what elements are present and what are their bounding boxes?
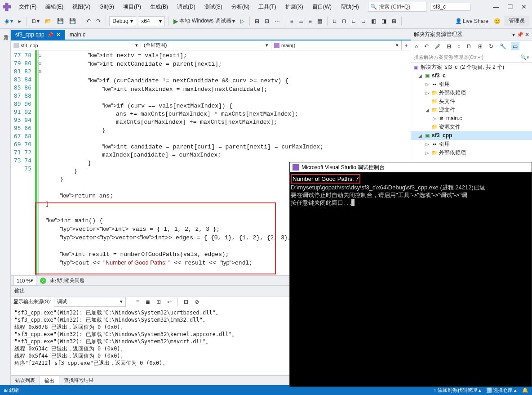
expand-icon[interactable]: ▷ — [425, 140, 430, 148]
menu-debug[interactable]: 调试(D) — [174, 2, 198, 12]
tab-error-list[interactable]: 错误列表 — [11, 376, 40, 385]
menu-edit[interactable]: 编辑(E) — [43, 2, 66, 12]
menu-project[interactable]: 项目(P) — [120, 2, 144, 12]
menu-file[interactable]: 文件(F) — [16, 2, 39, 12]
solexp-refresh-button[interactable]: ↻ — [487, 42, 495, 50]
output-btn-6[interactable]: ⊘ — [193, 298, 201, 306]
menu-view[interactable]: 视图(V) — [70, 2, 93, 12]
toolbar-btn-2[interactable]: ⊡ — [263, 17, 271, 25]
toolbar-btn-7[interactable]: ▦ — [315, 17, 324, 25]
toolbar-btn-10[interactable]: ⊏ — [350, 17, 358, 25]
console-body[interactable]: Number of Good Paths: 7 D:\mysetup\gopat… — [290, 172, 532, 208]
menu-extensions[interactable]: 扩展(X) — [283, 2, 306, 12]
solexp-btn-5[interactable]: ↕ — [456, 42, 462, 50]
menu-tools[interactable]: 工具(T) — [256, 2, 279, 12]
console-title-bar[interactable]: Microsoft Visual Studio 调试控制台 — [290, 162, 532, 172]
tree-ref-1[interactable]: ▷▪▪引用 — [411, 80, 532, 89]
solution-name-field[interactable]: sf3_c — [430, 3, 470, 11]
liveshare-button[interactable]: 👤 Live Share — [453, 17, 490, 25]
expand-icon[interactable]: ◢ — [417, 72, 423, 80]
left-sidebar-tab[interactable]: 工具箱 — [0, 29, 11, 385]
menu-window[interactable]: 窗口(W) — [310, 2, 334, 12]
tab-main-c[interactable]: main.c — [65, 30, 90, 40]
tree-ref-2[interactable]: ▷▪▪引用 — [411, 140, 532, 148]
tab-sf3-cpp[interactable]: sf3_cpp.cpp📌✕ — [11, 30, 65, 40]
output-wrap-button[interactable]: ↩ — [165, 298, 173, 306]
toolbar-btn-5[interactable]: ≣ — [297, 17, 305, 25]
zoom-combo[interactable]: 110 % ▾ — [13, 276, 36, 286]
output-clear-button[interactable]: ≡ — [134, 298, 141, 306]
nav-project[interactable]: sf3_cpp▾ — [11, 40, 141, 50]
toolbar-btn-8[interactable]: ⊔ — [331, 17, 338, 25]
menu-git[interactable]: Git(G) — [97, 2, 117, 11]
tree-project-sf3cpp[interactable]: ◢▣sf3_cpp — [411, 131, 532, 140]
tab-find-results[interactable]: 查找符号结果 — [59, 376, 98, 385]
nav-back-button[interactable]: ◉ ▾ — [3, 17, 15, 25]
tree-project-sf3c[interactable]: ◢▣sf3_c — [411, 72, 532, 80]
expand-icon[interactable]: ▷ — [425, 80, 430, 89]
saveall-button[interactable]: 💾 — [67, 17, 78, 25]
tree-hdr[interactable]: 📁头文件 — [411, 97, 532, 106]
status-repo[interactable]: ▦ 选择仓库 ▴ — [487, 387, 517, 394]
nav-function[interactable]: main()▾ — [271, 40, 402, 50]
start-debug-button[interactable]: ▶ 本地 Windows 调试器 ▾ — [172, 16, 236, 26]
tree-ext-2[interactable]: ▷📁外部依赖项 — [411, 148, 532, 157]
close-button[interactable]: ✕ — [521, 3, 527, 10]
tree-src[interactable]: ◢📁源文件 — [411, 106, 532, 114]
menu-analyze[interactable]: 分析(N) — [229, 2, 253, 12]
toolbar-btn-4[interactable]: ≡ — [288, 17, 295, 25]
platform-combo[interactable]: x64 ▾ — [138, 16, 165, 26]
nav-scope[interactable]: (全局范围)▾ — [141, 40, 271, 50]
solexp-btn-3[interactable]: 🖉 — [433, 42, 442, 50]
tab-output[interactable]: 输出 — [40, 376, 59, 386]
toolbar-btn-13[interactable]: ◨ — [380, 17, 388, 25]
pin-icon[interactable]: 📌 — [47, 32, 53, 38]
toolbar-btn-3[interactable]: ⋯ — [273, 17, 282, 25]
config-combo[interactable]: Debug ▾ — [109, 16, 136, 26]
toolbar-btn-1[interactable]: ⊟ — [253, 17, 261, 25]
menu-build[interactable]: 生成(B) — [147, 2, 171, 12]
expand-icon[interactable]: ◢ — [425, 106, 430, 114]
tree-solution-root[interactable]: ▣解决方案 'sf3_c' (2 个项目, 共 2 个) — [411, 63, 532, 72]
feedback-button[interactable]: 😐 — [492, 17, 502, 25]
new-button[interactable]: 🗋▾ — [30, 17, 41, 25]
output-btn-3[interactable]: ⊞ — [155, 298, 163, 306]
global-search-input[interactable]: 🔍搜索 (Ctrl+Q) — [368, 2, 426, 12]
maximize-button[interactable]: ☐ — [507, 3, 513, 10]
tree-res[interactable]: 📁资源文件 — [411, 123, 532, 131]
solexp-btn-7[interactable]: ⊞ — [476, 42, 484, 50]
open-button[interactable]: 📂 — [43, 17, 53, 25]
status-scm[interactable]: ↑ 添加到源代码管理 ▴ — [434, 387, 481, 394]
minimize-button[interactable]: — — [493, 3, 499, 10]
close-tab-icon[interactable]: ✕ — [56, 31, 61, 38]
tree-ext-1[interactable]: ▷📁外部依赖项 — [411, 89, 532, 97]
fold-column[interactable]: ⊟ ⊟ ⊟ — [39, 50, 45, 275]
status-bell-icon[interactable]: 🔔 — [522, 387, 528, 393]
redo-button[interactable]: ↷ — [94, 17, 102, 25]
solexp-btn-4[interactable]: ⊟ — [445, 42, 453, 50]
expand-icon[interactable]: ◢ — [417, 131, 423, 140]
expand-icon[interactable]: ▷ — [432, 114, 437, 123]
output-btn-2[interactable]: ≣ — [144, 298, 152, 306]
tree-mainc[interactable]: ▷🗎main.c — [411, 114, 532, 123]
undo-button[interactable]: ↶ — [84, 17, 93, 25]
debug-console-window[interactable]: Microsoft Visual Studio 调试控制台 Number of … — [289, 162, 532, 387]
solexp-preview-button[interactable]: ▭ — [511, 42, 519, 50]
expand-icon[interactable]: ▷ — [425, 89, 430, 97]
save-button[interactable]: 💾 — [55, 17, 66, 25]
solexp-btn-6[interactable]: 🗋 — [465, 42, 474, 50]
solexp-search[interactable]: 搜索解决方案资源管理器(Ctrl+;) 🔍▾ — [411, 52, 532, 63]
toolbar-btn-6[interactable]: ≡ — [307, 17, 314, 25]
output-source-combo[interactable]: 调试▾ — [54, 297, 126, 307]
menu-test[interactable]: 测试(S) — [202, 2, 225, 12]
menu-help[interactable]: 帮助(H) — [338, 2, 362, 12]
toolbar-btn-12[interactable]: ◧ — [369, 17, 378, 25]
solexp-home-button[interactable]: ⌂ — [413, 42, 420, 50]
toolbar-btn-14[interactable]: ⊞ — [390, 17, 398, 25]
toolbar-btn-11[interactable]: ⊐ — [359, 17, 368, 25]
nav-fwd-button[interactable]: ▸ — [17, 17, 23, 25]
nav-add-button[interactable]: + — [402, 40, 411, 50]
expand-icon[interactable]: ▷ — [425, 148, 430, 157]
solexp-back-button[interactable]: ↶ — [422, 42, 430, 50]
toolbar-btn-9[interactable]: ⊓ — [340, 17, 348, 25]
